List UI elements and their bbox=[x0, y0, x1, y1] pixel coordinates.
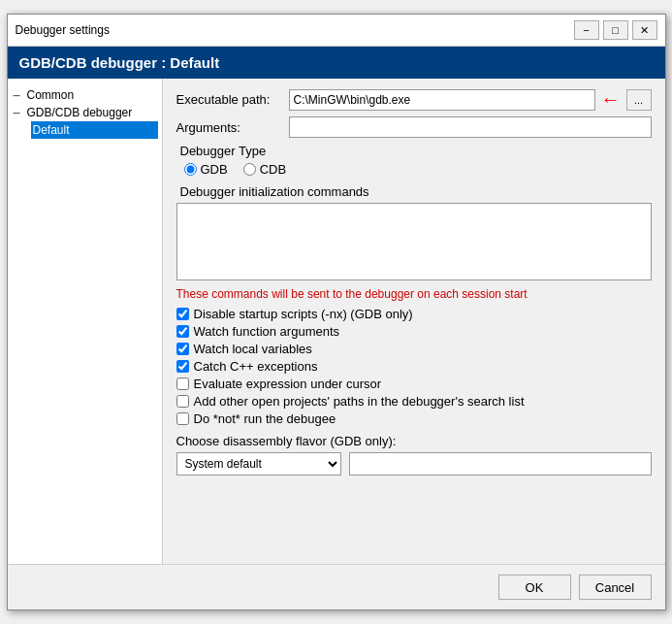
checkbox-eval-expression[interactable]: Evaluate expression under cursor bbox=[176, 377, 652, 391]
disassembly-row: System default AT&T Intel bbox=[176, 452, 652, 476]
radio-gdb-text: GDB bbox=[201, 162, 228, 177]
sidebar: ─ Common ─ GDB/CDB debugger Default bbox=[8, 79, 163, 564]
maximize-button[interactable]: □ bbox=[603, 20, 628, 40]
disassembly-select[interactable]: System default AT&T Intel bbox=[176, 452, 341, 476]
checkbox-watch-args-input[interactable] bbox=[176, 325, 189, 338]
expander-gdbcdb: ─ bbox=[14, 108, 25, 118]
checkbox-catch-exceptions[interactable]: Catch C++ exceptions bbox=[176, 359, 652, 374]
radio-gdb-label[interactable]: GDB bbox=[184, 162, 228, 177]
title-bar: Debugger settings − □ ✕ bbox=[8, 15, 665, 47]
checkbox-catch-exceptions-label: Catch C++ exceptions bbox=[194, 359, 318, 374]
checkbox-group: Disable startup scripts (-nx) (GDB only)… bbox=[176, 307, 652, 426]
executable-input[interactable] bbox=[289, 89, 595, 111]
sidebar-item-gdbcdb[interactable]: ─ GDB/CDB debugger bbox=[12, 104, 158, 121]
sidebar-item-default[interactable]: Default bbox=[31, 121, 158, 139]
checkbox-watch-args[interactable]: Watch function arguments bbox=[176, 324, 652, 339]
checkbox-watch-locals-label: Watch local variables bbox=[194, 342, 312, 356]
debugger-type-radio-group: GDB CDB bbox=[184, 162, 652, 177]
arguments-label: Arguments: bbox=[176, 120, 283, 135]
browse-button[interactable]: ... bbox=[626, 89, 652, 111]
arrow-indicator: ← bbox=[601, 88, 621, 111]
checkbox-no-run-label: Do *not* run the debugee bbox=[194, 411, 336, 426]
debugger-type-label: Debugger Type bbox=[180, 144, 652, 158]
radio-gdb[interactable] bbox=[184, 163, 197, 176]
arguments-row: Arguments: bbox=[176, 116, 652, 138]
sidebar-item-common[interactable]: ─ Common bbox=[12, 86, 158, 104]
checkbox-no-run-input[interactable] bbox=[176, 412, 189, 425]
cancel-button[interactable]: Cancel bbox=[579, 575, 652, 600]
sidebar-label-common: Common bbox=[27, 88, 75, 102]
sidebar-label-gdbcdb: GDB/CDB debugger bbox=[27, 106, 133, 119]
content-area: ─ Common ─ GDB/CDB debugger Default Exec… bbox=[8, 79, 665, 564]
init-commands-textarea[interactable] bbox=[176, 203, 652, 280]
main-panel: Executable path: ← ... Arguments: Debugg… bbox=[163, 79, 665, 564]
checkbox-add-paths[interactable]: Add other open projects' paths in the de… bbox=[176, 394, 652, 409]
checkbox-disable-startup[interactable]: Disable startup scripts (-nx) (GDB only) bbox=[176, 307, 652, 321]
checkbox-disable-startup-input[interactable] bbox=[176, 308, 189, 320]
init-commands-label: Debugger initialization commands bbox=[180, 184, 652, 199]
checkbox-watch-args-label: Watch function arguments bbox=[194, 324, 340, 339]
section-header: GDB/CDB debugger : Default bbox=[8, 47, 665, 79]
ok-button[interactable]: OK bbox=[498, 575, 571, 600]
close-button[interactable]: ✕ bbox=[632, 20, 657, 40]
checkbox-disable-startup-label: Disable startup scripts (-nx) (GDB only) bbox=[194, 307, 413, 321]
checkbox-catch-exceptions-input[interactable] bbox=[176, 360, 189, 373]
disassembly-extra-input[interactable] bbox=[349, 452, 652, 476]
checkbox-watch-locals-input[interactable] bbox=[176, 343, 189, 355]
checkbox-add-paths-input[interactable] bbox=[176, 395, 189, 408]
title-bar-buttons: − □ ✕ bbox=[574, 20, 657, 40]
disassembly-label: Choose disassembly flavor (GDB only): bbox=[176, 434, 652, 448]
warning-text: These commands will be sent to the debug… bbox=[176, 287, 652, 301]
checkbox-eval-expression-input[interactable] bbox=[176, 378, 189, 390]
checkbox-add-paths-label: Add other open projects' paths in the de… bbox=[194, 394, 525, 409]
radio-cdb[interactable] bbox=[243, 163, 256, 176]
checkbox-watch-locals[interactable]: Watch local variables bbox=[176, 342, 652, 356]
radio-cdb-text: CDB bbox=[260, 162, 286, 177]
executable-label: Executable path: bbox=[176, 92, 283, 107]
checkbox-eval-expression-label: Evaluate expression under cursor bbox=[194, 377, 382, 391]
window-title: Debugger settings bbox=[16, 23, 110, 37]
footer: OK Cancel bbox=[8, 564, 665, 609]
executable-row: Executable path: ← ... bbox=[176, 88, 652, 111]
minimize-button[interactable]: − bbox=[574, 20, 599, 40]
radio-cdb-label[interactable]: CDB bbox=[243, 162, 286, 177]
arguments-input[interactable] bbox=[289, 116, 652, 138]
debugger-settings-window: Debugger settings − □ ✕ GDB/CDB debugger… bbox=[7, 14, 666, 610]
expander-common: ─ bbox=[14, 90, 25, 101]
sidebar-label-default: Default bbox=[33, 123, 70, 137]
checkbox-no-run[interactable]: Do *not* run the debugee bbox=[176, 411, 652, 426]
